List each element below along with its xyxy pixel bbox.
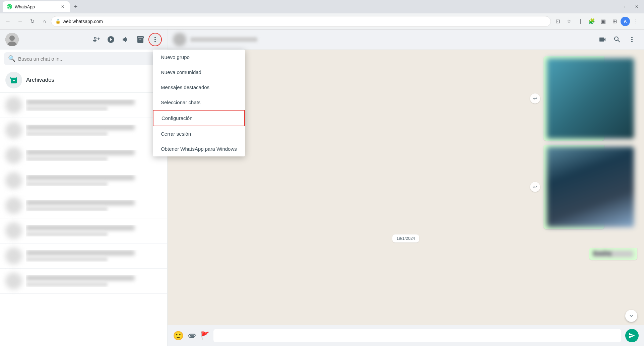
browser-toolbar: ← → ↻ ⌂ 🔒 web.whatsapp.com ⊡ ☆ | 🧩 ▣ ⊞ A… xyxy=(0,13,644,29)
cast-icon[interactable]: ⊡ xyxy=(552,16,563,27)
lock-icon: 🔒 xyxy=(55,19,61,24)
new-tab-button[interactable]: + xyxy=(71,2,80,11)
chat-name xyxy=(26,250,135,256)
flag-button[interactable]: 🚩 xyxy=(200,331,209,340)
new-group-button[interactable] xyxy=(89,33,103,46)
chat-preview xyxy=(26,207,108,211)
bookmark-icon[interactable]: ☆ xyxy=(564,16,574,27)
message-image xyxy=(547,147,634,227)
chat-item[interactable] xyxy=(0,218,167,244)
menu-item-seleccionar-chats[interactable]: Seleccionar chats xyxy=(153,95,245,110)
chat-preview xyxy=(26,106,108,111)
menu-item-cerrar-sesion[interactable]: Cerrar sesión xyxy=(153,126,245,141)
extensions-icon[interactable]: 🧩 xyxy=(586,16,597,27)
search-input[interactable] xyxy=(18,56,159,62)
chat-name xyxy=(26,225,135,230)
chat-preview xyxy=(26,156,108,161)
browser-tab-whatsapp[interactable]: WhatsApp ✕ xyxy=(3,1,70,12)
menu-item-obtener-whatsapp[interactable]: Obtener WhatsApp para Windows xyxy=(153,141,245,156)
chat-preview xyxy=(26,282,108,287)
chat-name xyxy=(26,150,135,155)
chat-preview xyxy=(26,182,108,186)
outgoing-message: EuoZnj xyxy=(589,248,637,260)
chat-item[interactable] xyxy=(0,118,167,143)
search-icon: 🔍 xyxy=(8,55,15,62)
chat-info xyxy=(26,150,162,161)
chat-item[interactable] xyxy=(0,143,167,168)
menu-item-nueva-comunidad[interactable]: Nueva comunidad xyxy=(153,65,245,80)
chat-item[interactable] xyxy=(0,93,167,118)
chat-info xyxy=(26,250,162,262)
chat-avatar xyxy=(5,222,22,239)
chat-name xyxy=(26,200,135,205)
chat-item[interactable] xyxy=(0,168,167,193)
chat-preview xyxy=(26,131,108,136)
archived-label: Archivados xyxy=(26,77,54,83)
search-input-wrapper: 🔍 xyxy=(4,52,163,65)
window-controls: — □ ✕ xyxy=(610,2,641,11)
dropdown-menu: Nuevo grupo Nueva comunidad Mensajes des… xyxy=(153,50,245,156)
chat-avatar xyxy=(5,172,22,189)
chat-item[interactable] xyxy=(0,244,167,269)
chat-item[interactable] xyxy=(0,269,167,294)
sidebar-icon[interactable]: ▣ xyxy=(598,16,608,27)
profile-button[interactable]: A xyxy=(621,17,630,26)
chat-name xyxy=(26,125,135,130)
chat-avatar xyxy=(5,248,22,264)
emoji-button[interactable]: 🙂 xyxy=(173,331,184,341)
chat-contact-name xyxy=(190,37,257,42)
chat-info xyxy=(26,99,162,111)
toolbar-actions: ⊡ ☆ | 🧩 ▣ ⊞ A ⋮ xyxy=(552,16,641,27)
send-button[interactable] xyxy=(625,329,639,342)
chat-preview xyxy=(26,232,108,236)
menu-item-nuevo-grupo[interactable]: Nuevo grupo xyxy=(153,50,245,65)
chat-avatar xyxy=(5,122,22,139)
forward-button[interactable]: → xyxy=(15,16,25,27)
whatsapp-inner: 🔍 Archivados xyxy=(0,29,644,346)
menu-item-mensajes-destacados[interactable]: Mensajes destacados xyxy=(153,80,245,95)
close-button[interactable]: ✕ xyxy=(632,2,641,11)
history-icon[interactable]: ⊞ xyxy=(609,16,620,27)
menu-button[interactable] xyxy=(148,33,162,46)
message-bubble xyxy=(543,56,604,141)
chat-info xyxy=(26,125,162,136)
sidebar-header xyxy=(0,29,167,50)
tab-close-button[interactable]: ✕ xyxy=(60,4,66,10)
user-avatar[interactable] xyxy=(5,33,19,46)
attach-button[interactable] xyxy=(188,331,196,340)
chat-name xyxy=(26,99,135,105)
chat-item[interactable] xyxy=(0,193,167,218)
tab-favicon xyxy=(7,4,12,9)
divider-icon: | xyxy=(575,16,586,27)
chat-more-button[interactable] xyxy=(625,33,639,46)
archived-item[interactable]: Archivados xyxy=(0,68,167,93)
archive-button[interactable] xyxy=(134,33,147,46)
back-button[interactable]: ← xyxy=(3,16,13,27)
maximize-button[interactable]: □ xyxy=(621,2,631,11)
message-input[interactable] xyxy=(213,329,621,342)
video-call-button[interactable] xyxy=(596,33,609,46)
url-text: web.whatsapp.com xyxy=(63,19,546,24)
scroll-down-button[interactable] xyxy=(625,310,637,322)
forward-button[interactable]: ↩ xyxy=(530,93,540,103)
search-bar: 🔍 xyxy=(0,50,167,68)
search-in-chat-button[interactable] xyxy=(610,33,624,46)
reload-button[interactable]: ↻ xyxy=(27,16,38,27)
menu-item-configuracion[interactable]: Configuración xyxy=(153,110,245,126)
whatsapp-app: 🔍 Archivados xyxy=(0,29,644,346)
channels-button[interactable] xyxy=(119,33,132,46)
message-container: ↩ xyxy=(543,145,637,229)
status-button[interactable] xyxy=(104,33,118,46)
message-bubble xyxy=(543,145,604,229)
chat-avatar xyxy=(5,97,22,114)
message-image xyxy=(547,58,634,139)
date-badge: 19/1/2024 xyxy=(174,234,637,243)
svg-point-1 xyxy=(9,36,15,41)
address-bar[interactable]: 🔒 web.whatsapp.com xyxy=(51,16,551,27)
minimize-button[interactable]: — xyxy=(610,2,620,11)
more-icon[interactable]: ⋮ xyxy=(631,16,641,27)
home-button[interactable]: ⌂ xyxy=(39,16,50,27)
forward-button[interactable]: ↩ xyxy=(530,182,540,192)
header-icons xyxy=(89,33,162,46)
chat-avatar xyxy=(5,273,22,289)
